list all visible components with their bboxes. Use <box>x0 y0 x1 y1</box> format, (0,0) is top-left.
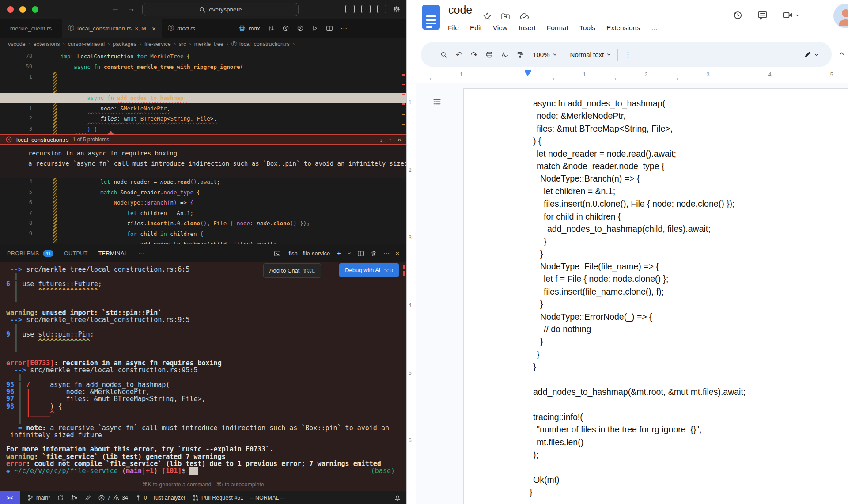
close-tab-icon[interactable]: × <box>152 25 156 32</box>
status-pull-request[interactable]: Pull Request #51 <box>192 494 243 501</box>
first-line-indent-marker[interactable] <box>525 70 531 72</box>
zoom-select[interactable]: 100% <box>533 51 557 58</box>
doc-line[interactable]: Ok(mt) <box>463 474 848 486</box>
notifications-bell-icon[interactable] <box>394 494 401 501</box>
menu-item-[interactable]: … <box>651 24 658 32</box>
code-line[interactable]: 7 let children = &n.1; <box>0 208 406 219</box>
menu-item-insert[interactable]: Insert <box>519 24 536 32</box>
status-branch[interactable]: main* <box>27 494 50 501</box>
editing-mode-select[interactable] <box>804 51 819 58</box>
doc-line[interactable]: let f = File { node: node.clone() }; <box>463 273 848 285</box>
doc-line[interactable]: files.insert(file_name.clone(), f); <box>463 285 848 298</box>
status-ports[interactable]: 0 <box>135 494 147 501</box>
document-text[interactable]: async fn add_nodes_to_hashmap(node: &Mer… <box>463 97 848 499</box>
redo-icon[interactable]: ↷ <box>471 50 477 60</box>
doc-line[interactable]: for child in children { <box>463 210 848 223</box>
status-rust-analyzer[interactable]: rust-analyzer <box>154 495 186 501</box>
menu-item-view[interactable]: View <box>493 24 507 32</box>
more-actions-icon[interactable]: ⋯ <box>341 24 347 32</box>
search-icon[interactable] <box>440 51 447 58</box>
move-folder-icon[interactable] <box>501 11 510 21</box>
doc-line[interactable] <box>463 461 848 473</box>
doc-line[interactable]: let children = &n.1; <box>463 185 848 197</box>
status-vim-mode[interactable]: -- NORMAL -- <box>250 495 284 501</box>
doc-line[interactable]: "number of files in the tree for rg igno… <box>463 423 848 436</box>
status-problems[interactable]: 7 34 <box>98 494 128 501</box>
doc-line[interactable]: add_nodes_to_hashmap(child, files).await… <box>463 223 848 235</box>
menu-item-tools[interactable]: Tools <box>579 24 595 32</box>
terminal[interactable]: --> src/merkle_tree/local_construction.r… <box>0 262 406 491</box>
code-line[interactable]: 4 let node_reader = node.read().await; <box>0 177 406 187</box>
code-line[interactable]: 78impl LocalConstruction for MerkleTree … <box>0 51 406 62</box>
version-history-icon[interactable] <box>732 10 743 20</box>
breadcrumb-item[interactable]: merkle_tree <box>194 41 223 47</box>
doc-line[interactable]: // do nothing <box>463 323 848 335</box>
doc-line[interactable]: mt.files.len() <box>463 436 848 448</box>
toolbar-more-icon[interactable]: ⋮ <box>624 50 632 59</box>
toggle-secondary-sidebar-icon[interactable] <box>377 5 386 13</box>
peek-next-icon[interactable]: ↓ <box>379 136 382 143</box>
status-sync[interactable] <box>57 494 64 501</box>
tab-output[interactable]: OUTPUT <box>64 250 88 257</box>
spellcheck-icon[interactable] <box>501 51 508 58</box>
git-compare-icon[interactable] <box>268 25 275 32</box>
code-line[interactable]: 6 NodeType::Branch(n) => { <box>0 197 406 208</box>
minimize-window-icon[interactable] <box>19 6 26 13</box>
run-icon[interactable] <box>311 25 318 32</box>
meet-dropdown-icon[interactable] <box>795 13 800 18</box>
doc-line[interactable]: tracing::info!( <box>463 411 848 423</box>
terminal-session-label[interactable]: fish - file-service <box>288 250 330 257</box>
doc-line[interactable]: node: &MerkleNodePtr, <box>463 110 848 122</box>
settings-gear-icon[interactable] <box>393 5 400 13</box>
doc-line[interactable]: let node_reader = node.read().await; <box>463 148 848 160</box>
forward-arrow-icon[interactable]: → <box>127 4 135 13</box>
doc-line[interactable]: } <box>463 248 848 260</box>
account-avatar[interactable] <box>833 4 848 28</box>
doc-line[interactable]: } <box>463 235 848 247</box>
doc-line[interactable]: ) { <box>463 135 848 147</box>
undo-icon[interactable]: ↶ <box>456 50 462 60</box>
paragraph-style-select[interactable]: Normal text <box>570 51 612 58</box>
breadcrumb-item[interactable]: file-service <box>144 41 171 47</box>
code-line[interactable] <box>0 83 406 93</box>
doc-line[interactable]: files: &mut BTreeMap<String, File>, <box>463 122 848 135</box>
panel-more-tabs-icon[interactable]: ⋯ <box>138 250 144 257</box>
tab-local-construction[interactable]: Ⓡ local_construction.rs 3, M × <box>62 19 162 38</box>
code-line[interactable]: 5 match &node_reader.node_type { <box>0 187 406 198</box>
toggle-sidebar-icon[interactable] <box>345 5 355 13</box>
breadcrumb-item[interactable]: extensions <box>34 41 60 47</box>
doc-line[interactable]: ); <box>463 448 848 461</box>
doc-line[interactable]: add_nodes_to_hashmap(&mt.root, &mut mt.f… <box>463 386 848 398</box>
tab-mdx[interactable]: mdx <box>238 25 260 32</box>
navigate-back-icon[interactable] <box>282 25 289 32</box>
peek-header[interactable]: local_construction.rs 1 of 5 problems ↓ … <box>0 134 406 145</box>
breadcrumb-item[interactable]: cursor-retrieval <box>68 41 105 47</box>
code-line[interactable]: 3 ) { <box>0 124 406 135</box>
status-git-graph[interactable] <box>71 494 78 501</box>
status-edit-session[interactable] <box>84 494 91 501</box>
document-title[interactable]: code <box>448 4 472 16</box>
doc-line[interactable]: } <box>463 348 848 360</box>
left-indent-marker[interactable] <box>525 72 530 76</box>
star-icon[interactable] <box>483 11 492 21</box>
navigate-forward-icon[interactable] <box>297 25 304 32</box>
doc-line[interactable] <box>463 398 848 410</box>
tab-problems[interactable]: PROBLEMS 41 <box>7 250 53 257</box>
doc-line[interactable] <box>463 373 848 386</box>
split-terminal-icon[interactable] <box>357 250 364 257</box>
toggle-panel-icon[interactable] <box>361 5 371 13</box>
terminal-dropdown-icon[interactable] <box>347 251 352 256</box>
terminal-more-icon[interactable]: ⋯ <box>383 250 390 258</box>
breadcrumb-item[interactable]: local_construction.rs <box>239 41 290 47</box>
menu-item-extensions[interactable]: Extensions <box>606 24 640 32</box>
code-line[interactable]: 2 files: &mut BTreeMap<String, File>, <box>0 114 406 124</box>
print-icon[interactable] <box>486 51 493 58</box>
meet-video-icon[interactable] <box>782 10 793 20</box>
menu-item-edit[interactable]: Edit <box>470 24 482 32</box>
doc-line[interactable]: match &node_reader.node_type { <box>463 160 848 172</box>
editor-code-bottom[interactable]: 4 let node_reader = node.read().await;5 … <box>0 177 406 239</box>
back-arrow-icon[interactable]: ← <box>111 4 119 13</box>
doc-line[interactable]: files.insert(n.0.clone(), File { node: n… <box>463 197 848 210</box>
add-to-chat-button[interactable]: Add to Chat ⇧⌘L <box>263 263 321 278</box>
doc-line[interactable]: NodeType::Branch(n) => { <box>463 172 848 185</box>
